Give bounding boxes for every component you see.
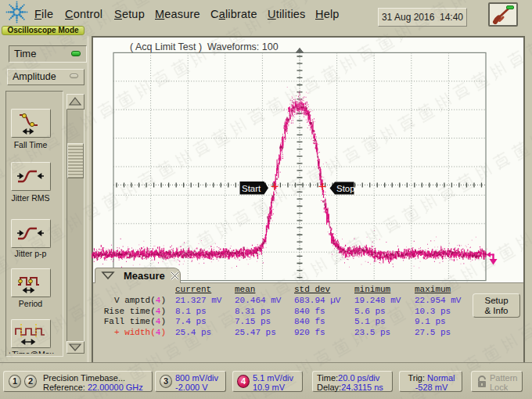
svg-text:( Acq Limit Test ) Waveforms:: ( Acq Limit Test ) Waveforms: 100 — [130, 41, 279, 52]
svg-text:Stop: Stop — [336, 184, 355, 193]
svg-text:Start: Start — [242, 184, 261, 193]
